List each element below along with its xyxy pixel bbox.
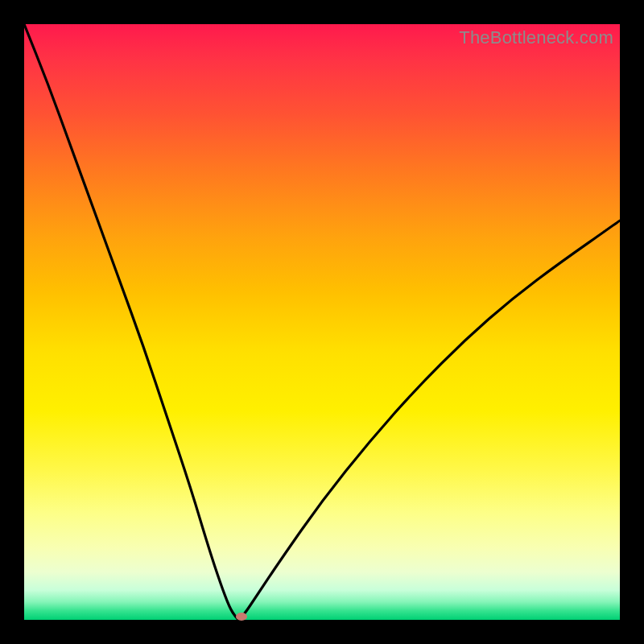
- bottleneck-curve-path: [24, 24, 620, 619]
- plot-area: TheBottleneck.com: [24, 24, 620, 620]
- optimal-point-marker: [236, 613, 247, 621]
- curve-svg: [24, 24, 620, 620]
- chart-frame: TheBottleneck.com: [0, 0, 644, 644]
